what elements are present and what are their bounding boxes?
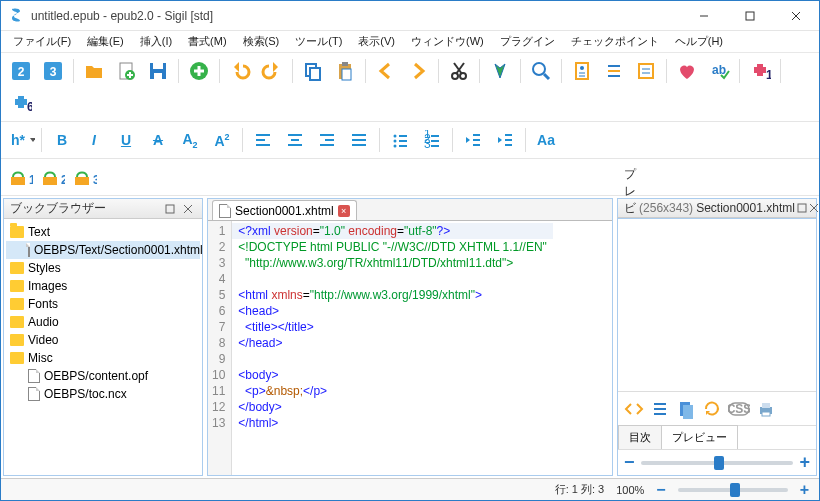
heading-button[interactable]: h* bbox=[7, 126, 35, 154]
epub2-button[interactable]: 2 bbox=[7, 57, 35, 85]
code-editor[interactable]: 12345678910111213 <?xml version="1.0" en… bbox=[208, 221, 612, 475]
superscript-button[interactable]: A2 bbox=[208, 126, 236, 154]
tree-item[interactable]: Fonts bbox=[6, 295, 200, 313]
status-zoom-slider[interactable] bbox=[678, 488, 788, 492]
tree-item[interactable]: Misc bbox=[6, 349, 200, 367]
clip2-button[interactable]: 2 bbox=[39, 163, 67, 191]
svg-text:ab: ab bbox=[712, 63, 726, 77]
preview-float-button[interactable] bbox=[797, 200, 807, 216]
open-button[interactable] bbox=[80, 57, 108, 85]
underline-button[interactable]: U bbox=[112, 126, 140, 154]
validate-button[interactable] bbox=[486, 57, 514, 85]
preview-close-button[interactable] bbox=[809, 200, 819, 216]
book-browser-tree[interactable]: TextOEBPS/Text/Section0001.xhtmlStylesIm… bbox=[4, 219, 202, 475]
code-area[interactable]: <?xml version="1.0" encoding="utf-8"?><!… bbox=[232, 221, 552, 475]
clip1-button[interactable]: 1 bbox=[7, 163, 35, 191]
tree-item[interactable]: Images bbox=[6, 277, 200, 295]
tab-preview[interactable]: プレビュー bbox=[661, 425, 738, 449]
menu-edit[interactable]: 編集(E) bbox=[79, 32, 132, 51]
svg-text:2: 2 bbox=[61, 173, 65, 187]
plugin6-button[interactable]: 6 bbox=[7, 89, 35, 117]
menu-view[interactable]: 表示(V) bbox=[350, 32, 403, 51]
search-button[interactable] bbox=[527, 57, 555, 85]
add-file-button[interactable] bbox=[112, 57, 140, 85]
epub3-button[interactable]: 3 bbox=[39, 57, 67, 85]
tree-item[interactable]: OEBPS/content.opf bbox=[6, 367, 200, 385]
paste-button[interactable] bbox=[331, 57, 359, 85]
tree-item[interactable]: OEBPS/Text/Section0001.xhtml bbox=[6, 241, 200, 259]
css-icon[interactable]: CSS bbox=[728, 400, 750, 418]
align-right-button[interactable] bbox=[313, 126, 341, 154]
editor-tab[interactable]: Section0001.xhtml × bbox=[212, 200, 357, 220]
select-icon[interactable] bbox=[650, 399, 670, 419]
list-bullet-button[interactable] bbox=[386, 126, 414, 154]
print-icon[interactable] bbox=[756, 399, 776, 419]
undo-button[interactable] bbox=[226, 57, 254, 85]
menu-search[interactable]: 検索(S) bbox=[235, 32, 288, 51]
minimize-button[interactable] bbox=[681, 1, 727, 30]
subscript-button[interactable]: A2 bbox=[176, 126, 204, 154]
svg-text:CSS: CSS bbox=[728, 402, 750, 416]
tree-item[interactable]: OEBPS/toc.ncx bbox=[6, 385, 200, 403]
forward-button[interactable] bbox=[404, 57, 432, 85]
close-button[interactable] bbox=[773, 1, 819, 30]
outdent-button[interactable] bbox=[459, 126, 487, 154]
svg-rect-78 bbox=[166, 205, 174, 213]
panel-close-button[interactable] bbox=[180, 201, 196, 217]
preview-dims: (256x343) bbox=[639, 201, 693, 215]
favorite-button[interactable] bbox=[673, 57, 701, 85]
spellcheck-button[interactable]: ab bbox=[705, 57, 733, 85]
align-center-button[interactable] bbox=[281, 126, 309, 154]
editor-tab-label: Section0001.xhtml bbox=[235, 204, 334, 218]
plugin1-button[interactable]: 1 bbox=[746, 57, 774, 85]
copy-button[interactable] bbox=[299, 57, 327, 85]
strike-button[interactable]: A bbox=[144, 126, 172, 154]
cut-button[interactable] bbox=[445, 57, 473, 85]
svg-rect-1 bbox=[746, 12, 754, 20]
toolbar-main: 2 3 ab 1 6 bbox=[1, 53, 819, 122]
menu-format[interactable]: 書式(M) bbox=[180, 32, 235, 51]
indent-button[interactable] bbox=[491, 126, 519, 154]
maximize-button[interactable] bbox=[727, 1, 773, 30]
menu-file[interactable]: ファイル(F) bbox=[5, 32, 79, 51]
tree-item[interactable]: Audio bbox=[6, 313, 200, 331]
preview-tabs: 目次 プレビュー bbox=[618, 425, 816, 449]
tab-toc[interactable]: 目次 bbox=[618, 425, 662, 449]
reload-icon[interactable] bbox=[702, 399, 722, 419]
list-number-button[interactable]: 123 bbox=[418, 126, 446, 154]
case-button[interactable]: Aa bbox=[532, 126, 560, 154]
toc-button[interactable] bbox=[600, 57, 628, 85]
zoom-in-icon[interactable]: + bbox=[799, 452, 810, 473]
align-left-button[interactable] bbox=[249, 126, 277, 154]
tree-item[interactable]: Video bbox=[6, 331, 200, 349]
zoom-slider[interactable] bbox=[641, 461, 794, 465]
back-button[interactable] bbox=[372, 57, 400, 85]
status-zoom-out[interactable]: − bbox=[656, 481, 665, 499]
zoom-out-icon[interactable]: − bbox=[624, 452, 635, 473]
copy-html-icon[interactable] bbox=[676, 399, 696, 419]
tree-item-label: OEBPS/toc.ncx bbox=[44, 387, 127, 401]
generate-toc-button[interactable] bbox=[632, 57, 660, 85]
align-justify-button[interactable] bbox=[345, 126, 373, 154]
panel-float-button[interactable] bbox=[162, 201, 178, 217]
metadata-button[interactable] bbox=[568, 57, 596, 85]
redo-button[interactable] bbox=[258, 57, 286, 85]
menu-insert[interactable]: 挿入(I) bbox=[132, 32, 180, 51]
bold-button[interactable]: B bbox=[48, 126, 76, 154]
status-zoom-in[interactable]: + bbox=[800, 481, 809, 499]
menu-help[interactable]: ヘルプ(H) bbox=[667, 32, 731, 51]
code-view-icon[interactable] bbox=[624, 399, 644, 419]
tab-close-button[interactable]: × bbox=[338, 205, 350, 217]
menu-window[interactable]: ウィンドウ(W) bbox=[403, 32, 492, 51]
add-button[interactable] bbox=[185, 57, 213, 85]
preview-toolbar: CSS bbox=[618, 391, 816, 425]
menu-checkpoint[interactable]: チェックポイント bbox=[563, 32, 667, 51]
clip3-button[interactable]: 3 bbox=[71, 163, 99, 191]
menu-tools[interactable]: ツール(T) bbox=[287, 32, 350, 51]
italic-button[interactable]: I bbox=[80, 126, 108, 154]
tree-item[interactable]: Styles bbox=[6, 259, 200, 277]
menu-plugin[interactable]: プラグイン bbox=[492, 32, 563, 51]
save-button[interactable] bbox=[144, 57, 172, 85]
file-icon bbox=[219, 204, 231, 218]
tree-item[interactable]: Text bbox=[6, 223, 200, 241]
